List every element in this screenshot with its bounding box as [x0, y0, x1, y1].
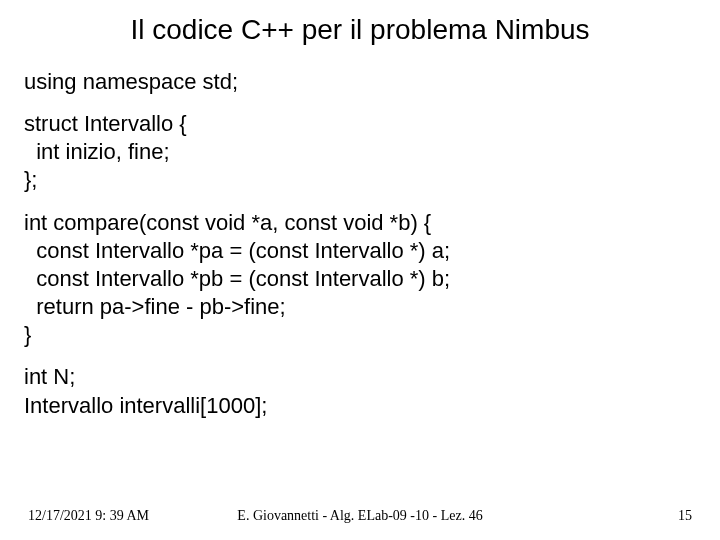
code-block-4: int N; Intervallo intervalli[1000]; — [24, 363, 696, 419]
code-block-3: int compare(const void *a, const void *b… — [24, 209, 696, 350]
footer-center: E. Giovannetti - Alg. ELab-09 -10 - Lez.… — [28, 508, 692, 524]
code-block-2: struct Intervallo { int inizio, fine; }; — [24, 110, 696, 194]
code-block-1: using namespace std; — [24, 68, 696, 96]
footer-page-number: 15 — [678, 508, 692, 524]
slide-title: Il codice C++ per il problema Nimbus — [0, 14, 720, 46]
slide: Il codice C++ per il problema Nimbus usi… — [0, 0, 720, 540]
slide-body: using namespace std; struct Intervallo {… — [24, 68, 696, 434]
